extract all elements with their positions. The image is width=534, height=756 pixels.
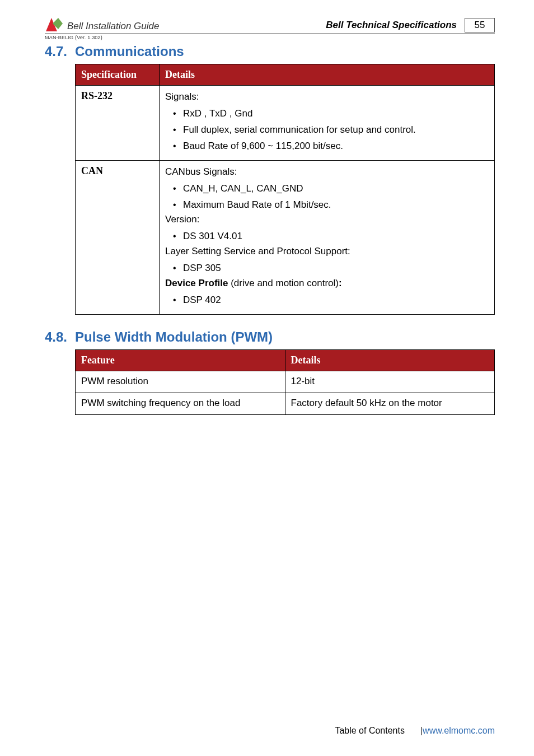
- spec-details: Signals: RxD , TxD , Gnd Full duplex, se…: [160, 86, 495, 161]
- details-cell: 12-bit: [285, 371, 495, 393]
- header-left: Bell Installation Guide: [45, 16, 159, 32]
- header-rule: [45, 34, 495, 34]
- detail-heading: Version:: [165, 214, 489, 225]
- section-title: Bell Technical Specifications: [326, 20, 457, 31]
- version-line: MAN-BELIG (Ver. 1.302): [45, 35, 495, 40]
- pwm-table: Feature Details PWM resolution 12-bit PW…: [75, 349, 495, 415]
- table-header: Details: [160, 64, 495, 86]
- detail-heading: Device Profile (drive and motion control…: [165, 278, 489, 289]
- heading-text: Communications: [75, 44, 184, 59]
- list-item: RxD , TxD , Gnd: [173, 106, 489, 122]
- website-link[interactable]: www.elmomc.com: [423, 726, 495, 735]
- heading-communications: 4.7.Communications: [45, 44, 495, 59]
- list-item: Maximum Baud Rate of 1 Mbit/sec.: [173, 197, 489, 213]
- spec-label: RS-232: [81, 90, 113, 101]
- list-item: DS 301 V4.01: [173, 228, 489, 245]
- feature-cell: PWM switching frequency on the load: [76, 393, 285, 415]
- list-item: Full duplex, serial communication for se…: [173, 122, 489, 138]
- detail-heading: Layer Setting Service and Protocol Suppo…: [165, 246, 489, 257]
- feature-cell: PWM resolution: [76, 371, 285, 393]
- page-header: Bell Installation Guide Bell Technical S…: [45, 16, 495, 32]
- elmo-logo-icon: [45, 16, 64, 32]
- communications-table: Specification Details RS-232 Signals: Rx…: [75, 64, 495, 315]
- list-item: CAN_H, CAN_L, CAN_GND: [173, 181, 489, 197]
- toc-link[interactable]: Table of Contents: [335, 726, 405, 736]
- heading-number: 4.8.: [45, 329, 75, 345]
- detail-heading: Signals:: [165, 91, 489, 102]
- page-footer: Table of Contents |www.elmomc.com: [45, 726, 495, 736]
- heading-number: 4.7.: [45, 44, 75, 59]
- detail-heading: CANbus Signals:: [165, 166, 489, 178]
- table-row: PWM switching frequency on the load Fact…: [76, 393, 495, 415]
- heading-pwm: 4.8.Pulse Width Modulation (PWM): [45, 329, 495, 345]
- table-header: Feature: [76, 350, 285, 371]
- list-item: DSP 402: [173, 292, 489, 309]
- heading-text: Pulse Width Modulation (PWM): [75, 329, 273, 344]
- footer-group: |www.elmomc.com: [420, 726, 495, 736]
- page-number: 55: [465, 18, 495, 32]
- table-header: Specification: [76, 64, 160, 86]
- spec-label: CAN: [81, 165, 103, 176]
- table-row: RS-232 Signals: RxD , TxD , Gnd Full dup…: [76, 86, 495, 161]
- table-row: PWM resolution 12-bit: [76, 371, 495, 393]
- list-item: Baud Rate of 9,600 ~ 115,200 bit/sec.: [173, 138, 489, 155]
- header-right: Bell Technical Specifications 55: [326, 18, 495, 32]
- table-header: Details: [285, 350, 495, 371]
- list-item: DSP 305: [173, 260, 489, 277]
- details-cell: Factory default 50 kHz on the motor: [285, 393, 495, 415]
- doc-title: Bell Installation Guide: [67, 21, 159, 32]
- table-row: CAN CANbus Signals: CAN_H, CAN_L, CAN_GN…: [76, 160, 495, 314]
- spec-details: CANbus Signals: CAN_H, CAN_L, CAN_GND Ma…: [160, 160, 495, 314]
